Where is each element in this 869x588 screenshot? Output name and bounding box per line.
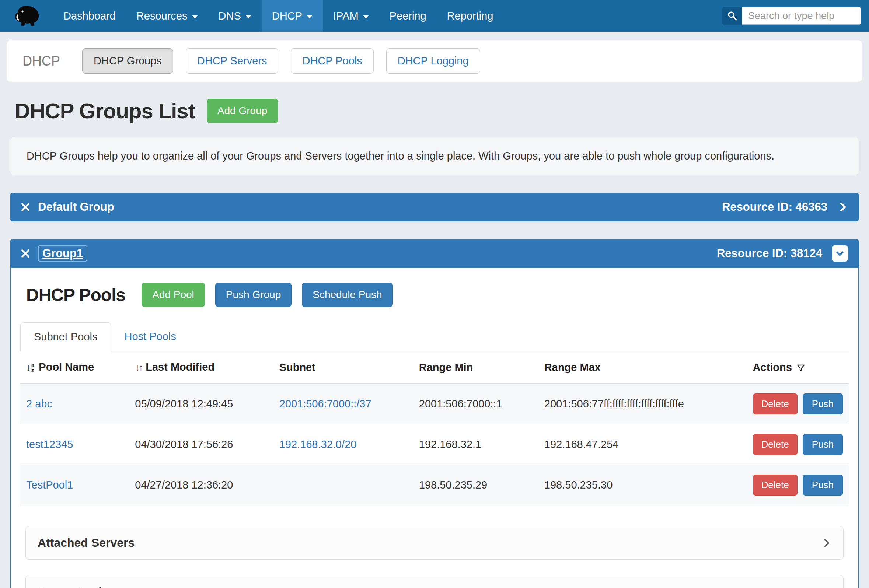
dhcp-groups-description: DHCP Groups help you to organize all of … — [10, 137, 859, 175]
range-max-cell: 192.168.47.254 — [538, 424, 747, 465]
filter-funnel-icon[interactable] — [796, 364, 805, 372]
range-min-cell: 192.168.32.1 — [413, 424, 538, 465]
push-button[interactable]: Push — [803, 434, 843, 455]
nav-item-dashboard[interactable]: Dashboard — [53, 0, 126, 32]
last-modified-cell: 04/27/2018 12:36:20 — [129, 465, 273, 505]
table-row: test12345 04/30/2018 17:56:26 192.168.32… — [20, 424, 849, 465]
pool-name-link[interactable]: test12345 — [26, 438, 73, 450]
pool-name-link[interactable]: TestPool1 — [26, 479, 73, 491]
delete-button[interactable]: Delete — [753, 394, 798, 415]
global-search — [722, 7, 861, 25]
nav-item-label: Reporting — [447, 10, 494, 22]
add-pool-button[interactable]: Add Pool — [141, 283, 205, 307]
pool-name-link[interactable]: 2 abc — [26, 398, 52, 410]
range-max-cell: 198.50.235.30 — [538, 465, 747, 505]
push-group-button[interactable]: Push Group — [215, 283, 292, 307]
subnet-link[interactable]: 2001:506:7000::/37 — [279, 398, 371, 410]
header-range-max: Range Max — [538, 351, 747, 384]
search-button[interactable] — [722, 7, 742, 25]
delete-group-icon[interactable] — [21, 203, 30, 212]
pools-tabs: Subnet Pools Host Pools — [20, 322, 849, 351]
table-header-row: ↓ az Pool Name ↓↑Last Modified Subnet Ra… — [20, 351, 849, 384]
schedule-push-button[interactable]: Schedule Push — [302, 283, 393, 307]
attached-servers-panel[interactable]: Attached Servers — [25, 526, 844, 560]
nav-item-peering[interactable]: Peering — [379, 0, 437, 32]
chevron-down-icon — [835, 249, 845, 258]
subnet-pools-table: ↓ az Pool Name ↓↑Last Modified Subnet Ra… — [20, 351, 849, 505]
caret-down-icon — [192, 15, 198, 18]
dhcp-logging-button[interactable]: DHCP Logging — [386, 48, 480, 74]
tab-subnet-pools[interactable]: Subnet Pools — [20, 322, 111, 351]
group1-detail-panel: DHCP Pools Add Pool Push Group Schedule … — [10, 268, 859, 588]
resource-id: Resource ID: 38124 — [717, 247, 822, 260]
app-logo[interactable] — [0, 0, 53, 32]
range-min-cell: 2001:506:7000::1 — [413, 384, 538, 424]
section-label: DHCP — [22, 53, 60, 69]
group-name-link[interactable]: Group1 — [38, 245, 87, 262]
dhcp-groups-button[interactable]: DHCP Groups — [82, 48, 173, 74]
sort-updown-icon: ↓↑ — [135, 362, 142, 373]
add-group-button[interactable]: Add Group — [207, 99, 278, 123]
chevron-right-icon[interactable] — [838, 202, 848, 212]
nav-item-label: Peering — [390, 10, 426, 22]
delete-group-icon[interactable] — [21, 249, 30, 258]
resource-id: Resource ID: 46363 — [722, 200, 827, 214]
nav-item-ipam[interactable]: IPAM — [323, 0, 379, 32]
header-actions[interactable]: Actions — [747, 351, 849, 384]
group-settings-panel[interactable]: Group Settings — [25, 575, 844, 588]
page-title-row: DHCP Groups List Add Group — [15, 98, 854, 123]
collapse-group-button[interactable] — [832, 245, 848, 262]
table-row: 2 abc 05/09/2018 12:49:45 2001:506:7000:… — [20, 384, 849, 424]
attached-servers-title: Attached Servers — [38, 536, 135, 549]
caret-down-icon — [363, 15, 369, 18]
group-header-group1[interactable]: Group1 Resource ID: 38124 — [10, 239, 859, 268]
dhcp-servers-button[interactable]: DHCP Servers — [186, 48, 279, 74]
table-row: TestPool1 04/27/2018 12:36:20 198.50.235… — [20, 465, 849, 505]
dhcp-section-toolbar: DHCP DHCP Groups DHCP Servers DHCP Pools… — [7, 40, 862, 82]
page-title: DHCP Groups List — [15, 98, 195, 123]
sort-alpha-icon: ↓ az — [26, 362, 34, 373]
delete-button[interactable]: Delete — [753, 434, 798, 455]
nav-item-label: Resources — [136, 10, 188, 22]
search-icon — [727, 11, 737, 21]
push-button[interactable]: Push — [803, 474, 843, 496]
nav-item-dhcp[interactable]: DHCP — [262, 0, 323, 32]
nav-item-resources[interactable]: Resources — [126, 0, 208, 32]
last-modified-cell: 04/30/2018 17:56:26 — [129, 424, 273, 465]
dhcp-pools-title: DHCP Pools — [26, 285, 125, 305]
nav-item-label: DHCP — [272, 10, 302, 22]
last-modified-cell: 05/09/2018 12:49:45 — [129, 384, 273, 424]
range-min-cell: 198.50.235.29 — [413, 465, 538, 505]
top-navbar: Dashboard Resources DNS DHCP IPAM Peerin… — [0, 0, 869, 32]
dhcp-pools-button[interactable]: DHCP Pools — [291, 48, 373, 74]
search-input[interactable] — [742, 7, 861, 25]
group-header-default-group[interactable]: Default Group Resource ID: 46363 — [10, 193, 859, 221]
nav-item-reporting[interactable]: Reporting — [437, 0, 504, 32]
header-range-min: Range Min — [413, 351, 538, 384]
delete-button[interactable]: Delete — [753, 474, 798, 496]
chevron-right-icon — [822, 538, 831, 548]
header-subnet: Subnet — [273, 351, 413, 384]
range-max-cell: 2001:506:77ff:ffff:ffff:ffff:ffff:fffe — [538, 384, 747, 424]
nav-item-label: Dashboard — [64, 10, 116, 22]
dhcp-pools-header: DHCP Pools Add Pool Push Group Schedule … — [20, 283, 849, 307]
group-settings-title: Group Settings — [38, 585, 123, 588]
header-last-modified[interactable]: ↓↑Last Modified — [129, 351, 273, 384]
mammoth-logo-icon — [14, 5, 40, 27]
tab-host-pools[interactable]: Host Pools — [111, 322, 190, 351]
group-name: Default Group — [38, 200, 114, 214]
caret-down-icon — [307, 15, 313, 18]
nav-item-dns[interactable]: DNS — [208, 0, 262, 32]
nav-item-label: IPAM — [333, 10, 359, 22]
push-button[interactable]: Push — [803, 394, 843, 415]
header-pool-name[interactable]: ↓ az Pool Name — [20, 351, 129, 384]
nav-item-label: DNS — [218, 10, 241, 22]
subnet-link[interactable]: 192.168.32.0/20 — [279, 438, 357, 450]
caret-down-icon — [245, 15, 251, 18]
